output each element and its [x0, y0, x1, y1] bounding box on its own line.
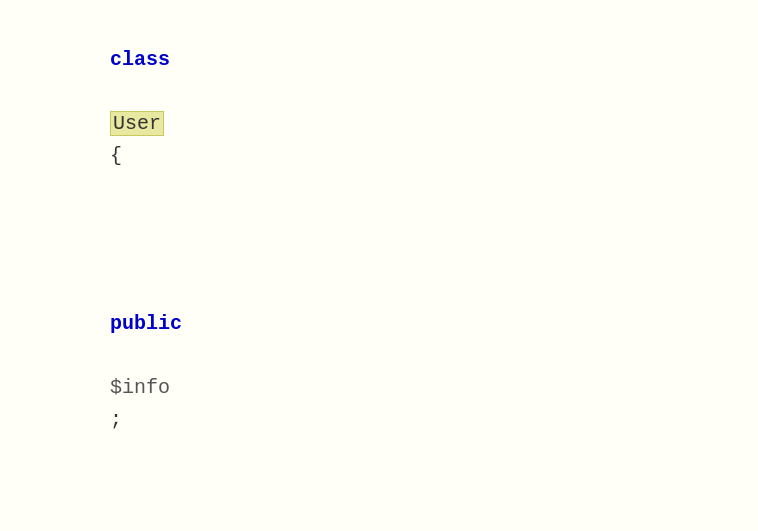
semicolon: ;: [110, 408, 122, 431]
code-line-3: public $info ;: [0, 242, 758, 470]
brace-open: {: [110, 144, 122, 167]
keyword-public: public: [110, 312, 182, 335]
line-content-4: public $uploader ;: [28, 472, 758, 531]
var-info: $info: [110, 376, 170, 399]
space: [110, 80, 122, 103]
line-content-2: [28, 208, 758, 240]
line-content-3: public $info ;: [28, 244, 758, 468]
classname-user: User: [110, 111, 164, 136]
code-editor: class User { public $info ; public $uplo…: [0, 0, 758, 531]
keyword-class: class: [110, 48, 170, 71]
code-line-1: class User {: [0, 10, 758, 206]
space: [110, 344, 122, 367]
code-line-4: public $uploader ;: [0, 470, 758, 531]
code-line-2: [0, 206, 758, 242]
line-content-1: class User {: [28, 12, 758, 204]
